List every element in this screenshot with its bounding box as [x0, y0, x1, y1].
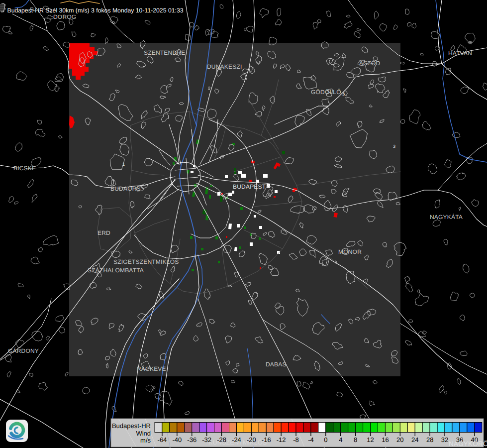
svg-text:SZIGETSZENTMIKLÓS: SZIGETSZENTMIKLÓS: [113, 258, 179, 265]
svg-text:Wind: Wind: [136, 430, 151, 437]
svg-text:SZENTENDRE: SZENTENDRE: [144, 49, 185, 56]
svg-text:ERD: ERD: [97, 229, 110, 236]
svg-text:-32: -32: [202, 436, 211, 444]
svg-text:BUDAÖRS: BUDAÖRS: [110, 185, 141, 192]
svg-text:28: 28: [426, 436, 433, 444]
svg-text:12: 12: [367, 436, 374, 444]
svg-text:20: 20: [396, 436, 403, 444]
svg-text:Budapest-HR: Budapest-HR: [112, 422, 151, 430]
svg-text:Budapest-HR Szél 30km (m/s) 3: Budapest-HR Szél 30km (m/s) 3 fokos Mond…: [7, 7, 184, 14]
svg-text:3: 3: [393, 144, 395, 149]
svg-text:BUDAPEST: BUDAPEST: [233, 183, 266, 190]
svg-text:NAGYKÁTA: NAGYKÁTA: [430, 214, 463, 221]
svg-text:-12: -12: [277, 436, 286, 444]
svg-text:16: 16: [382, 436, 389, 444]
svg-text:-28: -28: [217, 436, 226, 444]
svg-text:ASZÓD: ASZÓD: [359, 60, 380, 67]
svg-text:DABAS: DABAS: [266, 361, 287, 368]
svg-text:4: 4: [339, 436, 342, 444]
svg-text:DUNAKESZI: DUNAKESZI: [207, 63, 242, 70]
svg-text:m/s: m/s: [140, 437, 151, 444]
svg-text:8: 8: [354, 436, 357, 444]
svg-text:0: 0: [324, 436, 327, 444]
svg-text:-16: -16: [262, 436, 271, 444]
svg-text:SZÁZHALOMBATTA: SZÁZHALOMBATTA: [88, 267, 144, 274]
svg-text:1: 1: [122, 162, 125, 167]
svg-text:HATVAN: HATVAN: [448, 50, 472, 57]
svg-text:MONOR: MONOR: [338, 248, 362, 255]
svg-text:NAGYKÖRÖS: NAGYKÖRÖS: [449, 440, 487, 448]
svg-text:-8: -8: [293, 436, 299, 444]
svg-text:3: 3: [342, 92, 345, 97]
svg-text:GÖDÖLLŐ: GÖDÖLLŐ: [311, 89, 341, 96]
svg-text:DOROG: DOROG: [53, 13, 76, 20]
svg-text:-40: -40: [172, 436, 182, 444]
svg-text:-24: -24: [232, 436, 241, 444]
svg-text:RÁCKEVE: RÁCKEVE: [137, 365, 166, 372]
svg-text:-64: -64: [158, 436, 167, 444]
svg-text:-20: -20: [247, 436, 256, 444]
svg-text:-4: -4: [308, 436, 314, 444]
svg-text:BICSKE: BICSKE: [13, 165, 36, 172]
svg-text:-36: -36: [187, 436, 196, 444]
svg-text:24: 24: [411, 436, 418, 444]
svg-text:GÁRDONY: GÁRDONY: [8, 347, 39, 354]
svg-text:32: 32: [441, 436, 448, 444]
